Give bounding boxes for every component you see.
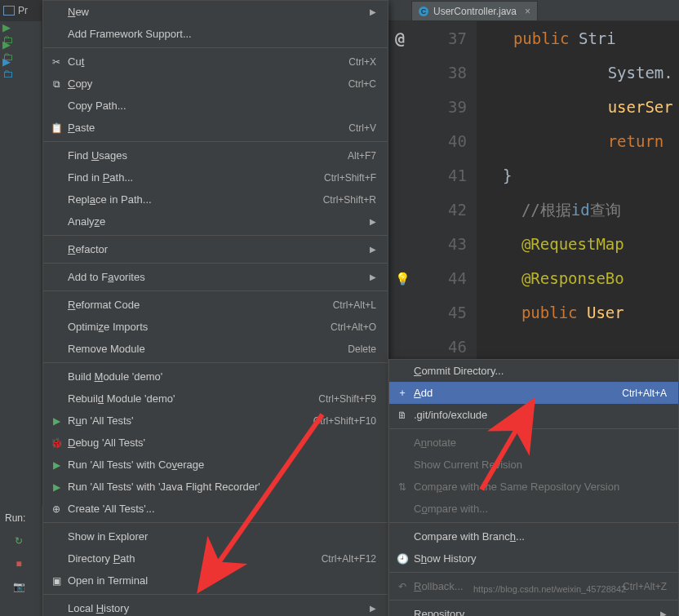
menu-item-new[interactable]: New▶: [43, 1, 388, 23]
code-line[interactable]: public Stri: [486, 21, 673, 55]
code-line[interactable]: }: [486, 158, 673, 193]
menu-item-directory-path[interactable]: Directory PathCtrl+Alt+F12: [43, 547, 388, 569]
menu-label: Repository: [414, 608, 652, 616]
icon-slot: [48, 299, 64, 312]
menu-label: Compare with Branch...: [414, 530, 667, 543]
code-line[interactable]: public User: [486, 295, 673, 330]
menu-item-commit-directory[interactable]: Commit Directory...: [389, 360, 678, 382]
separator: [43, 362, 388, 363]
menu-item-show-history[interactable]: 🕘Show History: [389, 547, 678, 569]
code-line[interactable]: System.: [486, 55, 673, 90]
menu-label: Run 'All Tests': [68, 414, 313, 427]
menu-label: Find in Path...: [68, 171, 324, 184]
stop-icon[interactable]: ■: [11, 556, 26, 571]
icon-slot: [48, 392, 64, 405]
menu-item-git-exclude[interactable]: 🗎.git/info/exclude: [389, 404, 678, 426]
gutter-line: 41: [388, 158, 467, 193]
icon-slot: [394, 437, 411, 450]
menu-item-run-all-tests[interactable]: ▶Run 'All Tests'Ctrl+Shift+F10: [43, 410, 388, 432]
menu-item-replace-in-path[interactable]: Replace in Path...Ctrl+Shift+R: [43, 188, 388, 211]
menu-item-open-in-terminal[interactable]: ▣Open in Terminal: [43, 569, 388, 592]
menu-item-add-to-favorites[interactable]: Add to Favorites▶: [43, 266, 388, 288]
icon-slot: [48, 243, 64, 256]
menu-item-find-in-path[interactable]: Find in Path...Ctrl+Shift+F: [43, 166, 388, 188]
menu-label: Show in Explorer: [68, 530, 376, 543]
menu-item-show-in-explorer[interactable]: Show in Explorer: [43, 525, 388, 547]
menu-item-optimize-imports[interactable]: Optimize ImportsCtrl+Alt+O: [43, 316, 388, 338]
menu-item-rollback: ↶Rollback...Ctrl+Alt+Z: [389, 575, 678, 597]
menu-item-cut[interactable]: ✂CutCtrl+X: [43, 51, 388, 73]
menu-label: Build Module 'demo': [68, 370, 376, 383]
shortcut: Ctrl+Alt+O: [331, 321, 376, 333]
menu-item-show-current-rev: Show Current Revision: [389, 454, 678, 476]
editor-tab[interactable]: C UserController.java ×: [411, 1, 538, 20]
shortcut: Ctrl+X: [348, 56, 376, 68]
chevron-right-icon: ▶: [370, 7, 376, 16]
git-exclude-icon: 🗎: [394, 409, 411, 422]
menu-label: Optimize Imports: [68, 321, 331, 333]
menu-label: Replace in Path...: [68, 193, 323, 206]
separator: [43, 47, 388, 48]
menu-item-compare-branch[interactable]: Compare with Branch...: [389, 525, 678, 547]
gutter-line: 45: [388, 295, 467, 330]
menu-item-copy[interactable]: ⧉CopyCtrl+C: [43, 73, 388, 95]
separator: [43, 594, 388, 595]
tree-item-3[interactable]: ▶🗀: [2, 60, 20, 76]
menu-item-git-add[interactable]: ＋AddCtrl+Alt+A: [389, 382, 678, 404]
dump-icon[interactable]: 📷: [11, 579, 26, 594]
gutter-line: 42: [388, 193, 467, 227]
chevron-right-icon: ▶: [370, 245, 376, 254]
menu-label: Open in Terminal: [68, 574, 376, 587]
icon-slot: [48, 149, 64, 162]
separator: [389, 522, 678, 523]
code-line[interactable]: userSer: [486, 90, 673, 124]
run-coverage-icon: ▶: [48, 459, 64, 472]
icon-slot: [48, 193, 64, 206]
menu-item-build-module[interactable]: Build Module 'demo': [43, 366, 388, 388]
menu-item-analyze[interactable]: Analyze▶: [43, 211, 388, 233]
context-menu-git[interactable]: Commit Directory...＋AddCtrl+Alt+A🗎.git/i…: [388, 359, 679, 616]
shortcut: Alt+F7: [348, 150, 376, 162]
menu-item-refactor[interactable]: Refactor▶: [43, 238, 388, 260]
menu-item-add-framework[interactable]: Add Framework Support...: [43, 23, 388, 45]
editor-tab-bar: C UserController.java ×: [388, 0, 679, 21]
project-header[interactable]: Pr: [0, 0, 42, 21]
menu-item-copy-path[interactable]: Copy Path...: [43, 95, 388, 117]
menu-item-rebuild-module[interactable]: Rebuild Module 'demo'Ctrl+Shift+F9: [43, 388, 388, 410]
rerun-icon[interactable]: ↻: [11, 534, 26, 548]
menu-label: Copy: [68, 78, 348, 90]
close-icon[interactable]: ×: [525, 6, 530, 17]
menu-item-annotate: Annotate: [389, 432, 678, 454]
code-line[interactable]: //根据id查询: [486, 193, 673, 227]
context-menu-main[interactable]: New▶Add Framework Support...✂CutCtrl+X⧉C…: [42, 0, 388, 616]
menu-item-create-all-tests[interactable]: ⊕Create 'All Tests'...: [43, 498, 388, 520]
menu-item-debug-all-tests[interactable]: 🐞Debug 'All Tests': [43, 432, 388, 454]
separator: [43, 290, 388, 291]
icon-slot: [48, 602, 64, 615]
menu-item-paste[interactable]: 📋PasteCtrl+V: [43, 117, 388, 139]
menu-item-compare-with: Compare with...: [389, 498, 678, 520]
gutter-line: 39: [388, 90, 467, 124]
code-line[interactable]: return: [486, 124, 673, 158]
menu-item-reformat-code[interactable]: Reformat CodeCtrl+Alt+L: [43, 294, 388, 316]
menu-item-find-usages[interactable]: Find UsagesAlt+F7: [43, 144, 388, 166]
menu-item-local-history[interactable]: Local History▶: [43, 597, 388, 616]
menu-label: .git/info/exclude: [414, 409, 667, 421]
shortcut: Ctrl+C: [348, 78, 376, 90]
code-line[interactable]: @ResponseBo: [486, 261, 673, 295]
code-line[interactable]: @RequestMap: [486, 227, 673, 261]
menu-label: Compare with...: [414, 503, 667, 515]
menu-label: Show Current Revision: [414, 459, 667, 471]
open-in-terminal-icon: ▣: [48, 574, 64, 587]
chevron-right-icon: ▶: [370, 604, 376, 613]
menu-item-run-jfr[interactable]: ▶Run 'All Tests' with 'Java Flight Recor…: [43, 476, 388, 498]
menu-item-repository[interactable]: Repository▶: [389, 603, 678, 616]
git-add-icon: ＋: [394, 387, 411, 400]
menu-item-remove-module[interactable]: Remove ModuleDelete: [43, 338, 388, 360]
menu-item-run-coverage[interactable]: ▶Run 'All Tests' with Coverage: [43, 454, 388, 476]
icon-slot: [48, 6, 64, 19]
editor-code[interactable]: public Stri System. userSer return } //根…: [486, 21, 673, 330]
project-tree[interactable]: ▶🗀 ▶🗀 ▶🗀: [0, 21, 42, 76]
menu-label: Add Framework Support...: [68, 28, 376, 40]
chevron-right-icon: ▶: [370, 217, 376, 226]
